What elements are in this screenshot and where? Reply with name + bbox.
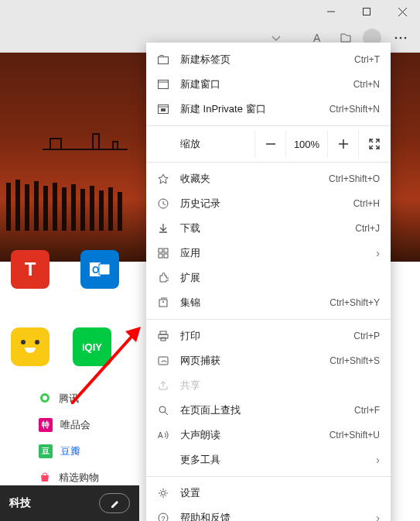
zoom-value: 100% <box>285 130 327 158</box>
svg-line-39 <box>165 412 168 415</box>
menu-more-tools[interactable]: 更多工具 › <box>146 447 391 472</box>
menu-favorites[interactable]: 收藏夹 Ctrl+Shift+O <box>146 166 391 191</box>
menu-share: 共享 <box>146 373 391 398</box>
menu-extensions[interactable]: 扩展 <box>146 266 391 290</box>
tile-tmall[interactable]: T 天猫 <box>11 250 50 307</box>
close-button[interactable] <box>384 0 420 23</box>
chevron-right-icon: › <box>370 512 380 521</box>
link-label: 精选购物 <box>59 471 99 485</box>
svg-point-41 <box>162 492 166 495</box>
menu-new-window[interactable]: 新建窗口 Ctrl+N <box>146 72 391 97</box>
settings-menu: 新建标签页 Ctrl+T 新建窗口 Ctrl+N 新建 InPrivate 窗口… <box>146 43 391 521</box>
download-icon <box>157 222 169 235</box>
menu-read-aloud[interactable]: A 大声朗读 Ctrl+Shift+U <box>146 423 391 447</box>
tmall-icon: T <box>11 250 50 289</box>
svg-point-5 <box>395 36 398 39</box>
svg-rect-16 <box>160 56 163 57</box>
menu-downloads[interactable]: 下载 Ctrl+J <box>146 216 391 241</box>
link-vipshop[interactable]: 特 唯品会 <box>39 412 139 438</box>
minimize-button[interactable] <box>313 0 349 23</box>
svg-rect-27 <box>164 249 168 252</box>
lion-icon <box>11 327 50 366</box>
capture-icon <box>157 355 169 367</box>
svg-rect-17 <box>159 81 169 89</box>
zoom-out-button[interactable] <box>254 130 285 158</box>
search-icon <box>157 404 169 416</box>
tile-label: Outlook邮箱 <box>73 293 128 307</box>
svg-point-38 <box>159 406 166 413</box>
menu-capture[interactable]: 网页捕获 Ctrl+Shift+S <box>146 348 391 373</box>
menu-settings[interactable]: 设置 <box>146 481 391 506</box>
svg-rect-34 <box>160 331 166 334</box>
share-icon <box>157 379 169 392</box>
menu-new-inprivate[interactable]: 新建 InPrivate 窗口 Ctrl+Shift+N <box>146 97 391 122</box>
tile-label: 天猫 <box>20 293 40 307</box>
link-label: 唯品会 <box>60 418 90 432</box>
outlook-icon: O <box>80 250 119 289</box>
svg-rect-10 <box>99 264 110 275</box>
svg-text:?: ? <box>162 515 166 521</box>
collections-icon <box>157 296 169 309</box>
menu-apps[interactable]: 应用 › <box>146 241 391 266</box>
zoom-row: 缩放 100% <box>146 130 391 158</box>
zoom-in-button[interactable] <box>327 130 358 158</box>
edit-button[interactable] <box>99 493 130 513</box>
maximize-button[interactable] <box>349 0 384 23</box>
tile-iqiyi[interactable]: iQIY <box>73 327 111 366</box>
menu-print[interactable]: 打印 Ctrl+P <box>146 324 391 348</box>
print-icon <box>157 330 169 342</box>
vip-badge-icon: 特 <box>39 418 53 432</box>
help-icon: ? <box>157 512 169 521</box>
svg-text:A: A <box>158 431 163 440</box>
menu-history[interactable]: 历史记录 Ctrl+H <box>146 191 391 216</box>
svg-rect-28 <box>159 254 162 258</box>
extensions-icon <box>157 272 169 284</box>
tencent-icon <box>39 392 51 406</box>
star-icon <box>157 173 169 185</box>
quick-links: 腾讯 特 唯品会 豆 豆瓣 精选购物 <box>0 370 139 491</box>
category-label[interactable]: 科技 <box>9 496 31 510</box>
link-tencent[interactable]: 腾讯 <box>39 386 139 412</box>
svg-rect-26 <box>159 249 162 252</box>
link-label: 豆瓣 <box>60 444 80 458</box>
zoom-label: 缩放 <box>157 137 254 151</box>
menu-find[interactable]: 在页面上查找 Ctrl+F <box>146 398 391 423</box>
svg-point-7 <box>405 36 407 39</box>
svg-rect-21 <box>161 108 166 111</box>
bottom-bar: 科技 <box>0 485 139 521</box>
chevron-right-icon: › <box>370 454 380 466</box>
svg-rect-29 <box>164 254 168 258</box>
svg-rect-1 <box>364 9 370 15</box>
link-label: 腾讯 <box>59 392 79 406</box>
apps-icon <box>157 247 169 259</box>
svg-rect-30 <box>159 300 167 307</box>
svg-marker-14 <box>125 327 141 342</box>
inprivate-icon <box>157 103 169 115</box>
new-tab-icon <box>157 53 169 66</box>
svg-rect-15 <box>159 57 169 64</box>
gear-icon <box>157 487 169 499</box>
tile-suning[interactable] <box>11 327 50 366</box>
window-titlebar <box>0 0 420 23</box>
read-aloud-icon: A <box>157 429 169 441</box>
iqiyi-icon: iQIY <box>73 327 111 366</box>
menu-collections[interactable]: 集锦 Ctrl+Shift+Y <box>146 290 391 315</box>
chevron-right-icon: › <box>370 247 380 259</box>
svg-text:O: O <box>92 265 99 276</box>
svg-point-12 <box>43 396 47 400</box>
history-icon <box>157 197 169 210</box>
douban-badge-icon: 豆 <box>39 444 53 458</box>
link-douban[interactable]: 豆 豆瓣 <box>39 438 139 464</box>
bag-icon <box>39 471 51 485</box>
fullscreen-button[interactable] <box>358 130 389 158</box>
menu-new-tab[interactable]: 新建标签页 Ctrl+T <box>146 47 391 72</box>
menu-help[interactable]: ? 帮助和反馈 › <box>146 506 391 521</box>
tile-outlook[interactable]: O Outlook邮箱 <box>73 250 128 307</box>
window-icon <box>157 78 169 91</box>
svg-point-6 <box>400 36 402 39</box>
more-button[interactable] <box>388 26 414 50</box>
